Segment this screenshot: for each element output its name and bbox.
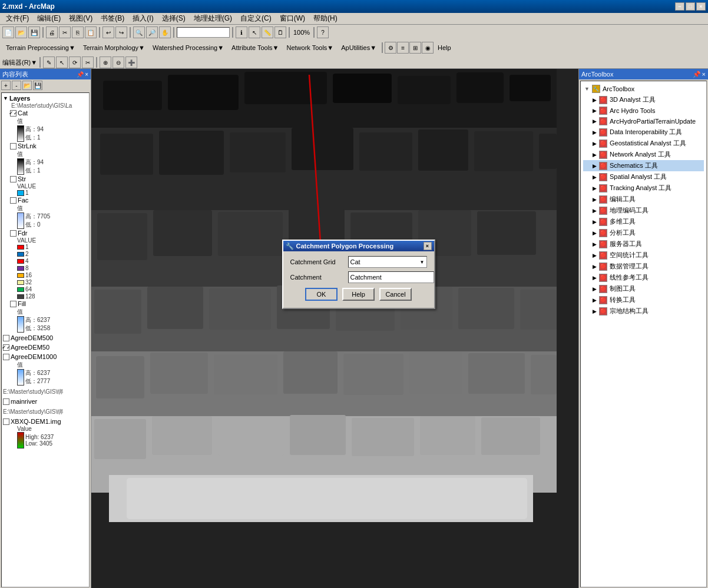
toolbox-item-geo[interactable]: ▶ 🔴 Geostatistical Analyst 工具 [583, 138, 704, 149]
toolbox-item-partial[interactable]: ▶ 🔴 ArcHydroPartialTerrainUpdate [583, 116, 704, 127]
toolbox-item-multidim[interactable]: ▶ 🔴 多维工具 [583, 216, 704, 227]
toolbox-item-linear[interactable]: ▶ 🔴 线性参考工具 [583, 272, 704, 283]
scale-input[interactable]: 1:616, 433 [177, 27, 230, 38]
catchment-grid-dropdown[interactable]: Cat ▼ [348, 256, 427, 268]
menu-edit[interactable]: 编辑(E) [34, 12, 64, 25]
dem-img-checkbox[interactable] [3, 418, 9, 425]
ok-button[interactable]: OK [305, 288, 338, 301]
toolbox-item-carto[interactable]: ▶ 🔴 制图工具 [583, 283, 704, 294]
layer-save-button[interactable]: 💾 [33, 81, 42, 90]
menu-select[interactable]: 选择(S) [158, 12, 189, 25]
arc-btn2[interactable]: ≡ [397, 42, 409, 54]
identify-button[interactable]: ℹ [236, 26, 247, 38]
edit-btn1[interactable]: ✎ [43, 57, 55, 68]
agreedm500-checkbox[interactable] [3, 335, 9, 341]
mainriver-checkbox[interactable] [3, 398, 9, 405]
fill-layer-header[interactable]: Fill [3, 300, 88, 308]
map-area[interactable]: 🔧 Catchment Polygon Processing × Catchme… [91, 69, 578, 588]
edit-btn3[interactable]: ⟳ [69, 57, 81, 68]
redo-button[interactable]: ↪ [115, 26, 127, 38]
strlnk-layer-header[interactable]: StrLnk [3, 142, 88, 150]
toolbox-item-convert[interactable]: ▶ 🔴 转换工具 [583, 294, 704, 305]
menu-ap-utilities[interactable]: ApUtilities▼ [338, 43, 380, 52]
toolbox-item-hydro[interactable]: ▶ 🔴 Arc Hydro Tools [583, 105, 704, 116]
agreedm1000-header[interactable]: AgreeDEM1000 [3, 353, 88, 361]
minimize-button[interactable]: − [675, 2, 684, 11]
menu-insert[interactable]: 插入(I) [129, 12, 157, 25]
toolbox-item-datamgmt[interactable]: ▶ 🔴 数据管理工具 [583, 261, 704, 272]
maximize-button[interactable]: □ [686, 2, 695, 11]
toolbox-pin-icon[interactable]: 📌 [693, 71, 701, 78]
agreedm50-header[interactable]: ✓ AgreeDEM50 [3, 343, 88, 351]
layers-panel[interactable]: ▼ Layers E:\Master\study\GIS\La ✓ Cat 值 … [1, 92, 90, 587]
menu-file[interactable]: 文件(F) [2, 12, 32, 25]
toolbox-root[interactable]: ▼ 🔧 ArcToolbox [583, 84, 704, 94]
toolbox-item-server[interactable]: ▶ 🔴 服务器工具 [583, 238, 704, 250]
menu-terrain-preprocessing[interactable]: Terrain Preprocessing▼ [2, 43, 79, 52]
toolbox-item-interop[interactable]: ▶ 🔴 Data Interoperability 工具 [583, 127, 704, 138]
panel-close-icon[interactable]: × [85, 71, 88, 78]
fac-checkbox[interactable] [10, 197, 16, 204]
close-button[interactable]: × [696, 2, 706, 11]
toolbox-item-edit[interactable]: ▶ 🔴 编辑工具 [583, 194, 704, 205]
toolbox-item-network[interactable]: ▶ 🔴 Network Analyst 工具 [583, 149, 704, 160]
str-layer-header[interactable]: Str [3, 175, 88, 183]
layer-open-button[interactable]: 📂 [22, 81, 32, 90]
toolbox-item-geocode[interactable]: ▶ 🔴 地理编码工具 [583, 205, 704, 216]
undo-button[interactable]: ↩ [102, 26, 114, 38]
agreedm500-header[interactable]: AgreeDEM500 [3, 334, 88, 342]
open-button[interactable]: 📂 [15, 26, 27, 38]
menu-attribute-tools[interactable]: Attribute Tools▼ [228, 43, 282, 52]
menu-window[interactable]: 窗口(W) [276, 12, 309, 25]
toolbox-item-spatial-stats[interactable]: ▶ 🔴 空间统计工具 [583, 250, 704, 261]
toolbox-item-schematics[interactable]: ▶ 🔴 Schematics 工具 [583, 160, 704, 171]
layer-remove-button[interactable]: - [12, 81, 21, 90]
measure-button[interactable]: 📏 [262, 26, 273, 38]
menu-view[interactable]: 视图(V) [65, 12, 96, 25]
dialog-close-button[interactable]: × [424, 242, 432, 250]
help-button[interactable]: Help [342, 288, 375, 301]
fac-layer-header[interactable]: Fac [3, 196, 88, 204]
edit-btn4[interactable]: ✂ [82, 57, 94, 68]
layers-header[interactable]: ▼ Layers [3, 94, 88, 102]
select-button[interactable]: ↖ [249, 26, 260, 38]
toolbox-item-analysis[interactable]: ▶ 🔴 分析工具 [583, 227, 704, 238]
arc-btn4[interactable]: ◉ [422, 42, 434, 54]
layer-add-button[interactable]: + [1, 81, 11, 90]
dem-img-header[interactable]: XBXQ-DEM1.img [3, 417, 88, 426]
cat-checkbox[interactable]: ✓ [10, 110, 16, 117]
toolbox-item-parcel[interactable]: ▶ 🔴 宗地结构工具 [583, 305, 704, 317]
toolbox-item-spatial[interactable]: ▶ 🔴 Spatial Analyst 工具 [583, 171, 704, 182]
menu-bookmarks[interactable]: 书签(B) [97, 12, 128, 25]
arc-btn3[interactable]: ⊞ [409, 42, 421, 54]
mainriver-header[interactable]: mainriver [3, 397, 88, 406]
agreedm1000-checkbox[interactable] [3, 354, 9, 360]
fdr-layer-header[interactable]: Fdr [3, 229, 88, 237]
toolbox-item-tracking[interactable]: ▶ 🔴 Tracking Analyst 工具 [583, 182, 704, 194]
panel-pin-icon[interactable]: 📌 [77, 71, 84, 78]
attribute-button[interactable]: 🗒 [274, 26, 286, 38]
menu-network-tools[interactable]: Network Tools▼ [283, 43, 337, 52]
copy-button[interactable]: ⎘ [72, 26, 84, 38]
toolbox-close-icon[interactable]: × [702, 71, 706, 78]
fdr-checkbox[interactable] [10, 230, 16, 237]
zoom-out-button[interactable]: 🔎 [146, 26, 158, 38]
pan-button[interactable]: ✋ [159, 26, 171, 38]
edit-btn2[interactable]: ↖ [56, 57, 68, 68]
str-checkbox[interactable] [10, 176, 16, 182]
catchment-input[interactable] [348, 271, 434, 283]
menu-customize[interactable]: 自定义(C) [237, 12, 275, 25]
edit-btn6[interactable]: ⊖ [113, 57, 124, 68]
toolbox-list[interactable]: ▼ 🔧 ArcToolbox ▶ 🔴 3D Analyst 工具 ▶ 🔴 Arc… [580, 81, 707, 587]
help-button[interactable]: ? [317, 26, 329, 38]
menu-help[interactable]: 帮助(H) [310, 12, 341, 25]
menu-help-gis[interactable]: Help [434, 43, 455, 52]
menu-watershed-processing[interactable]: Watershed Processing▼ [149, 43, 227, 52]
new-button[interactable]: 📄 [2, 26, 14, 38]
menu-geoprocessing[interactable]: 地理处理(G) [190, 12, 236, 25]
print-button[interactable]: 🖨 [46, 26, 58, 38]
agreedm50-checkbox[interactable]: ✓ [3, 344, 9, 351]
strlnk-checkbox[interactable] [10, 143, 16, 150]
fill-checkbox[interactable] [10, 301, 16, 307]
arc-btn1[interactable]: ⚙ [385, 42, 396, 54]
